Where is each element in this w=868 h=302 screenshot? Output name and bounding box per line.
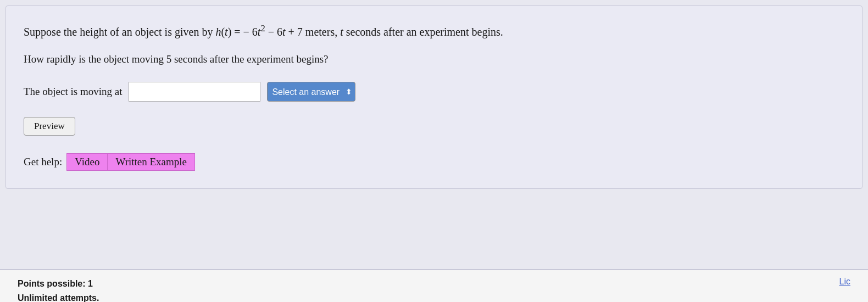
main-container: Suppose the height of an object is given… [0,0,868,269]
preview-button[interactable]: Preview [24,117,75,136]
select-wrapper: Select an answer m/s ft/s km/s [267,82,355,102]
problem-statement: Suppose the height of an object is given… [24,21,844,40]
get-help-row: Get help: VideoWritten Example [24,153,844,171]
video-help-button[interactable]: Video [66,153,108,171]
answer-row: The object is moving at Select an answer… [24,82,844,102]
license-link[interactable]: Lic [839,277,850,287]
answer-input[interactable] [129,82,260,102]
answer-select[interactable]: Select an answer m/s ft/s km/s [267,82,355,102]
points-possible: Points possible: 1 [18,277,99,291]
written-example-help-button[interactable]: Written Example [108,153,195,171]
attempts-info: Unlimited attempts. [18,291,99,302]
answer-prefix-label: The object is moving at [24,86,122,98]
footer-left: Points possible: 1 Unlimited attempts. [18,277,99,302]
question-box: Suppose the height of an object is given… [5,5,863,189]
get-help-label: Get help: [24,156,62,168]
question-line: How rapidly is the object moving 5 secon… [24,52,844,67]
preview-button-row: Preview [24,117,844,153]
footer-bar: Points possible: 1 Unlimited attempts. L… [0,269,868,302]
